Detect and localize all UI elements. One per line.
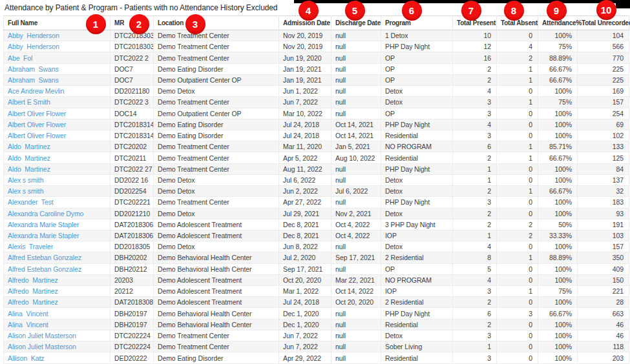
patient-link[interactable]: Alina Vincent: [8, 321, 48, 329]
patient-link[interactable]: Alfredo Martinez: [8, 287, 58, 295]
cell-admission-date: Jul 6, 2022: [279, 174, 331, 185]
cell-full-name: Abe Fol: [4, 52, 110, 63]
cell-total-absent: 0: [497, 319, 538, 330]
patient-link[interactable]: Abe Fol: [8, 54, 32, 62]
cell-total-unrecorded: 409: [578, 263, 629, 274]
cell-total-absent: 0: [497, 208, 538, 219]
cell-total-present: 3: [453, 330, 497, 341]
patient-link[interactable]: Alfred Esteban Gonzalez: [8, 254, 81, 261]
table-row: Aldo MartinezDTC20202Demo Treatment Cent…: [4, 141, 629, 152]
cell-mr: DBH20202: [110, 252, 154, 263]
cell-discharge-date: Aug 10, 2022: [331, 152, 381, 163]
table-row: Abraham SwansDOC7Demo Outpatient Center …: [4, 74, 629, 85]
patient-link[interactable]: Aldo Martinez: [8, 154, 50, 162]
cell-location: Demo Adolescent Treatment: [154, 219, 279, 230]
cell-full-name: Abraham Swans: [4, 74, 110, 85]
cell-total-absent: 0: [497, 119, 538, 130]
cell-total-present: 3: [453, 97, 497, 108]
patient-link[interactable]: Allison Katz: [8, 354, 44, 362]
patient-link[interactable]: Alison Juliet Masterson: [8, 332, 76, 339]
cell-admission-date: Jul 24, 2018: [279, 130, 331, 141]
report-title: Attendance by Patient & Program - Patien…: [5, 3, 277, 12]
cell-admission-date: Jul 24, 2018: [279, 297, 331, 308]
cell-attendance-pct: 100%: [538, 297, 578, 308]
patient-link[interactable]: Alexandra Marie Stapler: [8, 221, 79, 228]
patient-link[interactable]: Alina Vincent: [8, 310, 48, 318]
patient-link[interactable]: Abby Henderson: [8, 32, 59, 39]
patient-link[interactable]: Alfredo Martinez: [8, 276, 58, 284]
cell-total-unrecorded: 770: [578, 52, 629, 63]
cell-full-name: Alfred Esteban Gonzalez: [4, 252, 110, 263]
cell-attendance-pct: 50%: [538, 219, 578, 230]
patient-link[interactable]: Alexander Test: [8, 198, 54, 206]
patient-link[interactable]: Abraham Swans: [8, 76, 59, 84]
table-row: Alina VincentDBH20197Demo Behavioral Hea…: [4, 319, 629, 330]
patient-link[interactable]: Albert Oliver Flower: [8, 110, 66, 117]
cell-full-name: Alex s smith: [4, 174, 110, 185]
cell-program: Residential: [381, 130, 453, 141]
cell-mr: DTC20202: [110, 141, 154, 152]
patient-link[interactable]: Alfred Esteban Gonzalez: [8, 265, 81, 273]
cell-total-present: 4: [453, 86, 497, 97]
cell-location: Demo Behavioral Health Center: [154, 263, 279, 274]
cell-total-absent: 0: [497, 108, 538, 119]
cell-program: 1 Detox: [381, 30, 453, 41]
cell-full-name: Alison Juliet Masterson: [4, 330, 110, 341]
table-row: Alfredo MartinezDAT2018308Demo Adolescen…: [4, 297, 629, 308]
cell-total-unrecorded: 150: [578, 274, 629, 285]
patient-link[interactable]: Alex s smith: [8, 176, 43, 184]
table-row: Alexandra Caroline DymoDD2021210Demo Det…: [4, 208, 629, 219]
patient-link[interactable]: Alexandra Caroline Dymo: [8, 210, 83, 217]
patient-link[interactable]: Aldo Martinez: [8, 143, 50, 150]
cell-attendance-pct: 100%: [538, 241, 578, 252]
patient-link[interactable]: Albert Oliver Flower: [8, 132, 66, 139]
patient-link[interactable]: Alex s smith: [8, 187, 43, 195]
table-row: Albert E SmithDTC2022 3Demo Treatment Ce…: [4, 97, 629, 108]
cell-total-unrecorded: 104: [578, 30, 629, 41]
cell-discharge-date: Oct 14, 2021: [331, 119, 381, 130]
cell-total-present: 1: [453, 341, 497, 352]
patient-link[interactable]: Abraham Swans: [8, 65, 59, 73]
cell-discharge-date: null: [331, 197, 381, 208]
cell-total-present: 2: [453, 319, 497, 330]
cell-program: OP: [381, 108, 453, 119]
column-header-location[interactable]: Location: [154, 16, 279, 30]
cell-attendance-pct: 75%: [538, 41, 578, 52]
cell-program: OP: [381, 63, 453, 74]
cell-discharge-date: Jul 6, 2022: [331, 186, 381, 197]
patient-link[interactable]: Alexis Traveler: [8, 243, 53, 250]
patient-link[interactable]: Alfredo Martinez: [8, 298, 58, 306]
cell-mr: 20203: [110, 274, 154, 285]
cell-admission-date: Sep 17, 2021: [279, 263, 331, 274]
patient-link[interactable]: Albert E Smith: [8, 98, 50, 106]
cell-total-unrecorded: 169: [578, 86, 629, 97]
cell-total-present: 3: [453, 130, 497, 141]
annotation-badge-3: 3: [185, 14, 205, 34]
cell-discharge-date: null: [331, 41, 381, 52]
cell-mr: DTC2018303: [110, 41, 154, 52]
patient-link[interactable]: Albert Oliver Flower: [8, 121, 66, 128]
patient-link[interactable]: Alexandra Marie Stapler: [8, 232, 79, 239]
table-row: Allison KatzDED20222Demo Eating Disorder…: [4, 352, 629, 364]
cell-total-absent: 0: [497, 297, 538, 308]
cell-mr: DED20222: [110, 352, 154, 364]
screenshot-corner-strip: [616, 0, 630, 8]
cell-discharge-date: null: [331, 308, 381, 319]
cell-discharge-date: null: [331, 174, 381, 185]
cell-total-absent: 0: [497, 263, 538, 274]
patient-link[interactable]: Aldo Martinez: [8, 165, 50, 173]
cell-total-absent: 0: [497, 341, 538, 352]
patient-link[interactable]: Alison Juliet Masterson: [8, 343, 76, 350]
cell-mr: DTC2022 3: [110, 97, 154, 108]
patient-link[interactable]: Abby Henderson: [8, 43, 59, 50]
cell-full-name: Alexander Test: [4, 197, 110, 208]
cell-mr: DTC202224: [110, 330, 154, 341]
cell-total-unrecorded: 566: [578, 41, 629, 52]
cell-location: Demo Eating Disorder: [154, 63, 279, 74]
cell-total-absent: 1: [497, 74, 538, 85]
cell-admission-date: Mar 1, 2022: [279, 286, 331, 297]
patient-link[interactable]: Ace Andrew Mevlin: [8, 87, 65, 95]
cell-program: 2 Residential: [381, 297, 453, 308]
cell-mr: DD202254: [110, 186, 154, 197]
cell-full-name: Albert Oliver Flower: [4, 130, 110, 141]
